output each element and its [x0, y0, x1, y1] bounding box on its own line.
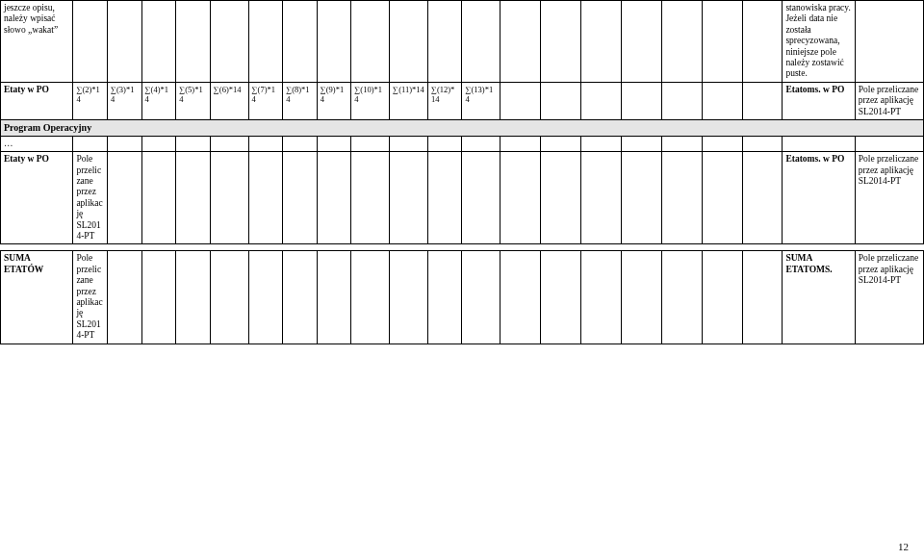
cell	[107, 136, 141, 151]
cell	[141, 152, 176, 244]
cell: ∑(12)*14	[427, 82, 462, 119]
cell	[317, 1, 351, 83]
cell	[500, 251, 541, 344]
cell	[621, 251, 661, 344]
cell	[351, 1, 390, 83]
table-row: SUMA ETATÓW Pole przeliczane przez aplik…	[1, 251, 924, 344]
cell	[621, 136, 661, 151]
cell	[176, 136, 211, 151]
cell	[317, 251, 351, 344]
cell	[317, 136, 351, 151]
cell	[390, 152, 428, 244]
cell	[390, 1, 428, 83]
cell	[427, 136, 462, 151]
row-label: Etaty w PO	[1, 82, 73, 119]
cell: ∑(9)*14	[317, 82, 351, 119]
cell	[702, 1, 742, 83]
cell	[581, 82, 622, 119]
cell: ∑(6)*14	[210, 82, 248, 119]
cell: Pole przeliczane przez aplikację SL2014-…	[855, 82, 923, 119]
table-row: Etaty w PO ∑(2)*14 ∑(3)*14 ∑(4)*14 ∑(5)*…	[1, 82, 924, 119]
cell	[351, 136, 390, 151]
cell	[248, 136, 283, 151]
cell	[621, 82, 661, 119]
cell	[248, 152, 283, 244]
cell	[541, 136, 581, 151]
cell: Pole przeliczane przez aplikację SL2014-…	[855, 251, 923, 344]
cell	[621, 152, 661, 244]
cell	[742, 136, 783, 151]
cell: Pole przeliczane przez aplikację SL2014-…	[73, 251, 108, 344]
cell	[702, 82, 742, 119]
cell	[742, 1, 783, 83]
cell	[141, 1, 176, 83]
cell: ∑(4)*14	[141, 82, 176, 119]
cell	[176, 251, 211, 344]
cell: ∑(13)*14	[462, 82, 500, 119]
cell	[581, 1, 622, 83]
cell	[141, 251, 176, 344]
row-label: jeszcze opisu, należy wpisać słowo „waka…	[1, 1, 73, 83]
cell	[500, 82, 541, 119]
cell	[541, 1, 581, 83]
cell: ∑(8)*14	[283, 82, 318, 119]
cell	[742, 82, 783, 119]
cell	[283, 1, 318, 83]
cell	[462, 251, 500, 344]
cell	[702, 152, 742, 244]
cell: SUMA ETATOMS.	[783, 251, 855, 344]
cell	[581, 136, 622, 151]
cell	[581, 251, 622, 344]
cell	[462, 136, 500, 151]
cell	[248, 251, 283, 344]
cell: Pole przeliczane przez aplikację SL2014-…	[855, 152, 923, 244]
cell: ∑(2)*14	[73, 82, 108, 119]
cell	[351, 152, 390, 244]
cell	[621, 1, 661, 83]
table-row: …	[1, 136, 924, 151]
section-header: Program Operacyjny	[1, 119, 924, 136]
cell	[210, 152, 248, 244]
cell: ∑(10)*14	[351, 82, 390, 119]
cell	[248, 1, 283, 83]
cell: ∑(3)*14	[107, 82, 141, 119]
cell	[427, 152, 462, 244]
cell	[107, 1, 141, 83]
table-row: jeszcze opisu, należy wpisać słowo „waka…	[1, 1, 924, 83]
cell	[210, 136, 248, 151]
table-row: Etaty w PO Pole przeliczane przez aplika…	[1, 152, 924, 244]
cell	[107, 152, 141, 244]
cell	[581, 152, 622, 244]
cell	[210, 1, 248, 83]
cell	[541, 82, 581, 119]
cell: ∑(11)*14	[390, 82, 428, 119]
cell: ∑(5)*14	[176, 82, 211, 119]
cell	[742, 251, 783, 344]
cell	[107, 251, 141, 344]
cell	[462, 152, 500, 244]
cell: Etatoms. w PO	[783, 82, 855, 119]
cell	[176, 1, 211, 83]
cell	[427, 251, 462, 344]
cell	[661, 152, 702, 244]
cell	[283, 136, 318, 151]
cell	[73, 1, 108, 83]
cell	[462, 1, 500, 83]
form-table: jeszcze opisu, należy wpisać słowo „waka…	[0, 0, 924, 244]
cell	[855, 136, 923, 151]
cell	[783, 136, 855, 151]
cell	[500, 152, 541, 244]
cell	[283, 152, 318, 244]
cell	[317, 152, 351, 244]
cell	[500, 136, 541, 151]
cell: Etatoms. w PO	[783, 152, 855, 244]
summary-table: SUMA ETATÓW Pole przeliczane przez aplik…	[0, 250, 924, 344]
cell	[702, 251, 742, 344]
cell	[390, 251, 428, 344]
cell	[661, 251, 702, 344]
cell	[661, 136, 702, 151]
cell	[73, 136, 108, 151]
row-label: SUMA ETATÓW	[1, 251, 73, 344]
cell: stanowiska pracy. Jeżeli data nie został…	[783, 1, 855, 83]
cell: Pole przeliczane przez aplikację SL2014-…	[73, 152, 108, 244]
